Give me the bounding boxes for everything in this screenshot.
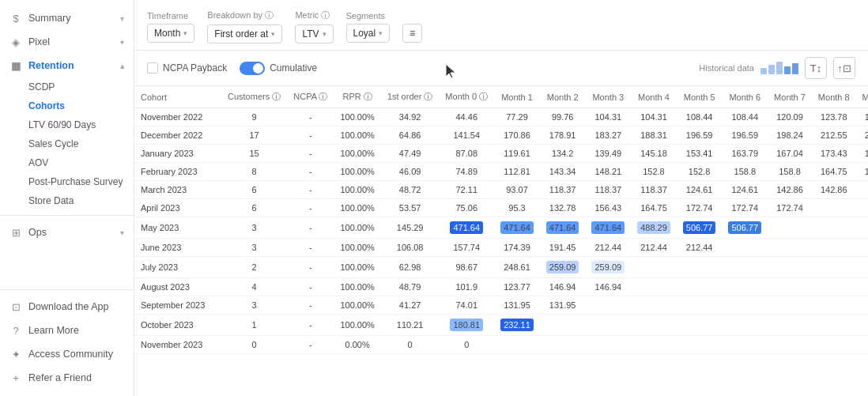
table-cell-m6 <box>722 296 768 315</box>
table-cell-cohort: June 2023 <box>134 239 221 257</box>
table-cell-month0: 101.9 <box>439 278 494 296</box>
sidebar-item-cohorts[interactable]: Cohorts <box>0 96 134 115</box>
table-cell-m4: 488.29 <box>631 217 677 239</box>
table-cell-first_order: 47.49 <box>381 145 439 163</box>
sidebar-item-community[interactable]: ✦ Access Community <box>0 342 134 366</box>
col-month4: Month 4 <box>631 86 677 108</box>
table-cell-rpr: 100.00% <box>334 296 380 315</box>
table-cell-m8 <box>812 239 856 257</box>
table-cell-m4 <box>631 336 677 354</box>
table-cell-m9: 164.75 <box>856 163 868 181</box>
table-cell-m9: 212.55 <box>856 126 868 145</box>
sidebar-item-refer-friend[interactable]: + Refer a Friend <box>0 366 134 390</box>
table-row: June 20233-100.00%106.08157.74174.39191.… <box>134 239 868 257</box>
table-cell-m2: 132.78 <box>540 199 586 217</box>
cumulative-toggle-group: Cumulative <box>240 62 317 75</box>
timeframe-label: Timeframe <box>147 11 194 21</box>
main-content: Timeframe Month ▾ Breakdown by ⓘ First o… <box>134 0 868 396</box>
table-cell-m8 <box>812 296 856 315</box>
table-cell-rpr: 0.00% <box>334 336 380 354</box>
timeframe-select[interactable]: Month ▾ <box>147 24 194 43</box>
chevron-icon: ▴ <box>120 62 124 70</box>
sidebar-item-ltv[interactable]: LTV 60/90 Days <box>0 115 134 134</box>
sidebar-item-pixel[interactable]: ◈ Pixel ▾ <box>0 30 134 54</box>
table-cell-m5 <box>677 296 723 315</box>
sidebar-item-scdp[interactable]: SCDP <box>0 77 134 96</box>
sidebar-item-retention[interactable]: ▦ Retention ▴ <box>0 54 134 77</box>
sidebar-item-post-purchase[interactable]: Post-Purchase Survey <box>0 172 134 191</box>
table-cell-first_order: 64.86 <box>381 126 439 145</box>
ncpa-checkbox[interactable] <box>147 62 158 74</box>
cumulative-toggle[interactable] <box>240 62 265 75</box>
historical-bars <box>760 62 798 74</box>
table-row: January 202315-100.00%47.4987.08119.6113… <box>134 145 868 163</box>
table-cell-m3: 212.44 <box>585 239 631 257</box>
table-cell-m8 <box>812 257 856 278</box>
segments-select[interactable]: Loyal ▾ <box>346 24 391 43</box>
table-cell-customers: 1 <box>221 315 287 336</box>
col-first-order: 1st order ⓘ <box>381 86 439 108</box>
table-cell-cohort: November 2022 <box>134 108 221 126</box>
col-month6: Month 6 <box>722 86 768 108</box>
sidebar-item-aov[interactable]: AOV <box>0 153 134 172</box>
table-cell-first_order: 46.09 <box>381 163 439 181</box>
caret-icon: ▾ <box>379 29 383 37</box>
table-cell-ncpa: - <box>287 315 334 336</box>
chevron-icon: ▾ <box>120 14 124 23</box>
table-cell-m9 <box>856 181 868 199</box>
segments-control: Segments Loyal ▾ <box>346 11 391 43</box>
table-cell-customers: 3 <box>221 239 287 257</box>
table-cell-cohort: October 2023 <box>134 315 221 336</box>
table-cell-m6: 108.44 <box>722 108 768 126</box>
controls-bar: Timeframe Month ▾ Breakdown by ⓘ First o… <box>134 0 868 51</box>
table-cell-m7: 142.86 <box>768 181 812 199</box>
cumulative-label: Cumulative <box>270 62 317 74</box>
table-cell-rpr: 100.00% <box>334 315 380 336</box>
table-cell-customers: 3 <box>221 296 287 315</box>
sidebar-item-ops[interactable]: ⊞ Ops ▾ <box>0 221 134 244</box>
table-cell-m4: 164.75 <box>631 199 677 217</box>
cohorts-table-container[interactable]: Cohort Customers ⓘ NCPA ⓘ RPR ⓘ 1st orde… <box>134 86 868 396</box>
export-icon-btn[interactable]: ↑⊡ <box>833 57 855 79</box>
table-cell-m6 <box>722 315 768 336</box>
table-cell-m7: 158.8 <box>768 163 812 181</box>
table-cell-m6: 158.8 <box>722 163 768 181</box>
breakdown-select[interactable]: First order at ▾ <box>207 25 282 43</box>
sort-icon-btn[interactable]: T↕ <box>805 57 827 79</box>
table-cell-m3: 118.37 <box>585 181 631 199</box>
col-customers: Customers ⓘ <box>221 86 287 108</box>
cohorts-table: Cohort Customers ⓘ NCPA ⓘ RPR ⓘ 1st orde… <box>134 86 868 354</box>
table-cell-m6 <box>722 257 768 278</box>
table-cell-m2 <box>540 315 586 336</box>
table-cell-m7 <box>768 217 812 239</box>
table-cell-m8 <box>812 217 856 239</box>
sidebar-item-summary[interactable]: $ Summary ▾ <box>0 6 134 30</box>
table-cell-m9: 126.89 <box>856 108 868 126</box>
table-cell-month0: 87.08 <box>439 145 494 163</box>
table-cell-m4: 152.8 <box>631 163 677 181</box>
filter-button[interactable]: ≡ <box>402 24 422 43</box>
table-cell-first_order: 48.72 <box>381 181 439 199</box>
table-cell-m5 <box>677 336 723 354</box>
hist-bar-2 <box>768 65 775 74</box>
table-cell-m3 <box>585 296 631 315</box>
sidebar-item-store-data[interactable]: Store Data <box>0 191 134 210</box>
breakdown-control: Breakdown by ⓘ First order at ▾ <box>207 9 282 43</box>
table-cell-cohort: December 2022 <box>134 126 221 145</box>
metric-select[interactable]: LTV ▾ <box>295 25 333 43</box>
sidebar-item-download-app[interactable]: ⊡ Download the App <box>0 295 134 319</box>
table-cell-first_order: 62.98 <box>381 257 439 278</box>
table-cell-cohort: March 2023 <box>134 181 221 199</box>
sidebar-item-learn-more[interactable]: ? Learn More <box>0 319 134 342</box>
table-cell-m3: 139.49 <box>585 145 631 163</box>
table-cell-m6 <box>722 239 768 257</box>
table-cell-m4: 118.37 <box>631 181 677 199</box>
table-cell-month0: 44.46 <box>439 108 494 126</box>
table-cell-m4: 104.31 <box>631 108 677 126</box>
table-cell-m7 <box>768 315 812 336</box>
table-cell-m7 <box>768 296 812 315</box>
table-cell-month0: 180.81 <box>439 315 494 336</box>
table-cell-m1: 95.3 <box>494 199 540 217</box>
col-month7: Month 7 <box>768 86 812 108</box>
sidebar-item-sales-cycle[interactable]: Sales Cycle <box>0 134 134 153</box>
